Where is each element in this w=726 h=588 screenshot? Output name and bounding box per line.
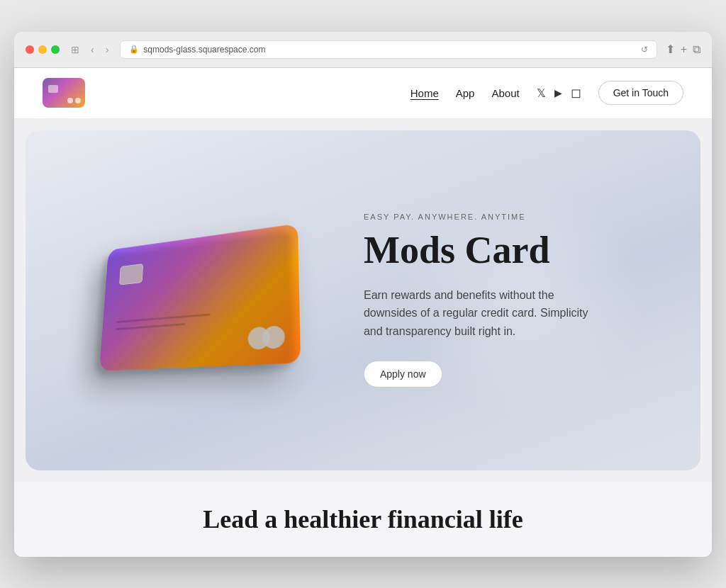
browser-actions: ⬆ + ⧉ — [666, 43, 700, 56]
maximize-button[interactable] — [51, 45, 60, 54]
hero-section: EASY PAY. ANYWHERE. ANYTIME Mods Card Ea… — [26, 130, 700, 470]
traffic-lights — [26, 45, 60, 54]
address-bar[interactable]: 🔒 sqmods-glass.squarespace.com ↺ — [120, 40, 657, 59]
bottom-title: Lead a healthier financial life — [43, 504, 683, 534]
lock-icon: 🔒 — [129, 45, 139, 54]
hero-title: Mods Card — [364, 230, 665, 271]
bottom-section: Lead a healthier financial life — [14, 482, 712, 557]
hero-description: Earn rewards and benefits without the do… — [364, 286, 591, 341]
credit-card-visual — [100, 223, 301, 371]
logo-dot-left — [67, 98, 73, 103]
tabs-icon[interactable]: ⧉ — [693, 43, 700, 56]
browser-chrome: ⊞ ‹ › 🔒 sqmods-glass.squarespace.com ↺ ⬆… — [14, 32, 712, 68]
card-chip — [119, 264, 143, 285]
youtube-icon[interactable]: ▶ — [554, 87, 562, 98]
nav-app[interactable]: App — [456, 87, 475, 99]
forward-button[interactable]: › — [103, 43, 112, 57]
back-button[interactable]: ‹ — [88, 43, 97, 57]
logo[interactable] — [43, 78, 85, 108]
twitter-icon[interactable]: 𝕏 — [537, 86, 546, 100]
minimize-button[interactable] — [38, 45, 47, 54]
card-mastercard — [248, 325, 285, 350]
reload-button[interactable]: ↺ — [641, 45, 648, 55]
nav-social: 𝕏 ▶ ◻ — [537, 85, 581, 101]
sidebar-toggle-button[interactable]: ⊞ — [68, 43, 82, 57]
card-line-1 — [117, 313, 211, 322]
mastercard-dot-right — [263, 325, 286, 349]
hero-card-area — [26, 205, 350, 396]
hero-text: EASY PAY. ANYWHERE. ANYTIME Mods Card Ea… — [350, 184, 700, 415]
hero-eyebrow: EASY PAY. ANYWHERE. ANYTIME — [364, 213, 665, 221]
get-in-touch-button[interactable]: Get in Touch — [598, 81, 683, 105]
apply-now-button[interactable]: Apply now — [364, 361, 442, 388]
address-content: 🔒 sqmods-glass.squarespace.com — [129, 45, 265, 55]
instagram-icon[interactable]: ◻ — [571, 85, 581, 101]
nav-links: Home App About 𝕏 ▶ ◻ Get in Touch — [411, 81, 683, 105]
main-nav: Home App About 𝕏 ▶ ◻ Get in Touch — [14, 68, 712, 119]
card-line-2 — [116, 322, 186, 329]
browser-controls: ⊞ ‹ › — [68, 43, 111, 57]
browser-window: ⊞ ‹ › 🔒 sqmods-glass.squarespace.com ↺ ⬆… — [14, 32, 712, 557]
close-button[interactable] — [26, 45, 34, 54]
card-logo-dots — [67, 98, 81, 103]
nav-about[interactable]: About — [491, 87, 519, 99]
website: Home App About 𝕏 ▶ ◻ Get in Touch — [14, 68, 712, 557]
nav-home[interactable]: Home — [411, 87, 439, 99]
card-chip — [48, 85, 58, 93]
share-icon[interactable]: ⬆ — [666, 43, 675, 56]
new-tab-icon[interactable]: + — [681, 43, 687, 56]
logo-dot-right — [75, 98, 81, 103]
url-text: sqmods-glass.squarespace.com — [143, 45, 265, 55]
